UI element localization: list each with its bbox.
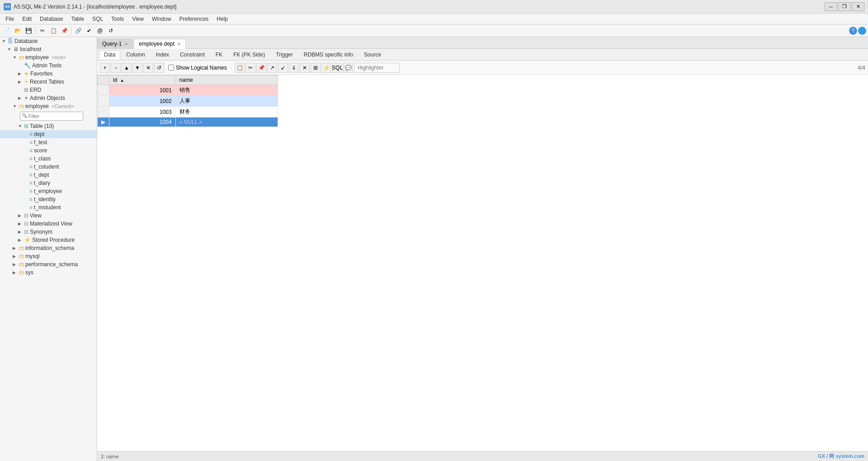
show-logical-names-checkbox[interactable] [168, 65, 174, 71]
add-row-button[interactable]: + [100, 63, 110, 73]
cell-name-4[interactable]: « NULL » [175, 118, 278, 127]
cell-name-3[interactable]: 财务 [175, 107, 278, 118]
menu-file[interactable]: File [2, 15, 18, 23]
sidebar-item-info-schema[interactable]: ▶ 🗃 information_schema [0, 244, 97, 252]
sidebar-item-database[interactable]: ▼ 🗄 Database [0, 37, 97, 45]
import-button[interactable]: ↙ [278, 63, 288, 73]
globe-icon[interactable]: 🌐 [858, 27, 866, 35]
menu-table[interactable]: Table [67, 15, 88, 23]
execute-button[interactable]: ⚡ [321, 63, 331, 73]
move-down-button[interactable]: ▼ [132, 63, 142, 73]
tab-employee-dept[interactable]: employee.dept ✕ [134, 39, 186, 49]
table-row[interactable]: 1001 销售 [98, 85, 278, 96]
copy-data-button[interactable]: 📋 [235, 63, 245, 73]
toolbar-connect[interactable]: 🔗 [73, 26, 83, 36]
sidebar-item-table-dept[interactable]: ≡ dept [0, 130, 97, 138]
export-button[interactable]: ↗ [267, 63, 277, 73]
sidebar-item-view[interactable]: ▶ ⊟ View [0, 212, 97, 220]
toolbar-cut[interactable]: ✂ [38, 26, 47, 36]
delete-row-button[interactable]: − [111, 63, 121, 73]
menu-sql[interactable]: SQL [89, 15, 107, 23]
sidebar-item-perf-schema[interactable]: ▶ 🗃 performance_schema [0, 260, 97, 268]
sidebar-item-table-score[interactable]: ≡ score [0, 146, 97, 155]
sidebar-item-table-ftest[interactable]: ≡ f_test [0, 138, 97, 146]
sub-tab-rdbms[interactable]: RDBMS specific info [299, 50, 358, 59]
cell-id-4[interactable]: 1004 [109, 118, 176, 127]
sidebar-item-admin-tools[interactable]: 🔧 Admin Tools [0, 61, 97, 70]
sub-tab-trigger[interactable]: Trigger [271, 50, 298, 59]
sidebar-item-localhost[interactable]: ▼ 🖥 localhost [0, 45, 97, 53]
sql-button[interactable]: SQL [332, 63, 342, 73]
cell-id-2[interactable]: 1002 [109, 96, 176, 107]
sidebar-item-erd[interactable]: ⊞ ERD [0, 86, 97, 94]
refresh-button[interactable]: ↺ [154, 63, 164, 73]
show-logical-names-label[interactable]: Show Logical Names [168, 65, 227, 71]
menu-tools[interactable]: Tools [108, 15, 127, 23]
cut-data-button[interactable]: ✂ [245, 63, 255, 73]
sidebar-item-employee-root[interactable]: ▼ 🗃 employee <root> [0, 53, 97, 61]
sidebar-item-synonym[interactable]: ▶ ⊟ Synonym [0, 228, 97, 236]
toolbar-copy[interactable]: 📋 [48, 26, 58, 36]
tab-query1[interactable]: Query-1 ✕ [97, 39, 133, 48]
cell-id-3[interactable]: 1003 [109, 107, 176, 118]
toolbar-open[interactable]: 📂 [13, 26, 23, 36]
menu-help[interactable]: Help [213, 15, 231, 23]
menu-database[interactable]: Database [36, 15, 66, 23]
data-grid[interactable]: id ▲ name 1001 销售 [97, 75, 868, 451]
toolbar-paste[interactable]: 📌 [59, 26, 69, 36]
cancel-edit-button[interactable]: ✕ [143, 63, 153, 73]
col-header-id[interactable]: id ▲ [109, 75, 176, 85]
sidebar-item-table-tclass[interactable]: ≡ t_class [0, 155, 97, 163]
help-icon[interactable]: ? [849, 27, 857, 35]
sidebar-item-table-tdept[interactable]: ≡ t_dept [0, 171, 97, 179]
sidebar-item-recent-tables[interactable]: ▶ ✦ Recent Tables [0, 78, 97, 86]
sidebar-item-favorites[interactable]: ▶ ★ Favorites [0, 70, 97, 78]
sub-tab-index[interactable]: Index [151, 50, 174, 59]
sidebar-item-admin-objects[interactable]: ▶ ✦ Admin Objects [0, 94, 97, 102]
table-row[interactable]: ▶ 1004 « NULL » [98, 118, 278, 127]
sidebar-item-stored-proc[interactable]: ▶ ⚡ Stored Procedure [0, 236, 97, 244]
sidebar-item-table-group[interactable]: ▼ ⊞ Table (10) [0, 122, 97, 130]
sub-tab-constraint[interactable]: Constraint [175, 50, 210, 59]
tab-query1-close[interactable]: ✕ [124, 42, 128, 47]
toolbar-new[interactable]: 📄 [2, 26, 12, 36]
close-button[interactable]: ✕ [852, 2, 864, 11]
table-row[interactable]: 1002 人事 [98, 96, 278, 107]
sidebar-item-table-tdiary[interactable]: ≡ t_diary [0, 179, 97, 187]
import2-button[interactable]: ⇓ [289, 63, 299, 73]
menu-edit[interactable]: Edit [19, 15, 35, 23]
minimize-button[interactable]: ─ [825, 2, 837, 11]
menu-preferences[interactable]: Preferences [176, 15, 212, 23]
cell-name-1[interactable]: 销售 [175, 85, 278, 96]
highlighter-input[interactable] [354, 63, 400, 73]
sub-tab-source[interactable]: Source [359, 50, 386, 59]
sub-tab-fk-pk[interactable]: FK (PK Side) [228, 50, 270, 59]
tab-employee-dept-close[interactable]: ✕ [177, 42, 181, 47]
toolbar-save[interactable]: 💾 [24, 26, 33, 36]
move-up-button[interactable]: ▲ [122, 63, 132, 73]
filter-input[interactable] [20, 112, 83, 121]
sidebar-item-mysql[interactable]: ▶ 🗃 mysql [0, 252, 97, 260]
sidebar-item-table-tmstudent[interactable]: ≡ t_mstudent [0, 203, 97, 212]
sidebar-item-sys[interactable]: ▶ 🗃 sys [0, 268, 97, 277]
table-row[interactable]: 1003 财务 [98, 107, 278, 118]
sidebar-item-table-tcstudent[interactable]: ≡ t_cstudent [0, 163, 97, 171]
toolbar-refresh[interactable]: ↺ [106, 26, 116, 36]
menu-window[interactable]: Window [148, 15, 175, 23]
sidebar-item-table-tidentity[interactable]: ≡ t_identity [0, 195, 97, 203]
comment-button[interactable]: 💬 [343, 63, 353, 73]
cell-id-1[interactable]: 1001 [109, 85, 176, 96]
paste-data-button[interactable]: 📌 [256, 63, 266, 73]
restore-button[interactable]: ❐ [838, 2, 851, 11]
sidebar-item-materialized-view[interactable]: ▶ ⊟ Materialized View [0, 220, 97, 228]
sub-tab-data[interactable]: Data [99, 50, 120, 59]
menu-view[interactable]: View [128, 15, 147, 23]
toolbar-at[interactable]: @ [95, 26, 105, 36]
grid-button[interactable]: ⊞ [311, 63, 321, 73]
cell-name-2[interactable]: 人事 [175, 96, 278, 107]
sub-tab-fk[interactable]: FK [211, 50, 227, 59]
sidebar-item-employee-current[interactable]: ▼ 🗃 employee <Current> [0, 102, 97, 110]
sidebar-item-table-temployee[interactable]: ≡ t_employee [0, 187, 97, 195]
sub-tab-column[interactable]: Column [121, 50, 150, 59]
toolbar-commit[interactable]: ✔ [84, 26, 94, 36]
